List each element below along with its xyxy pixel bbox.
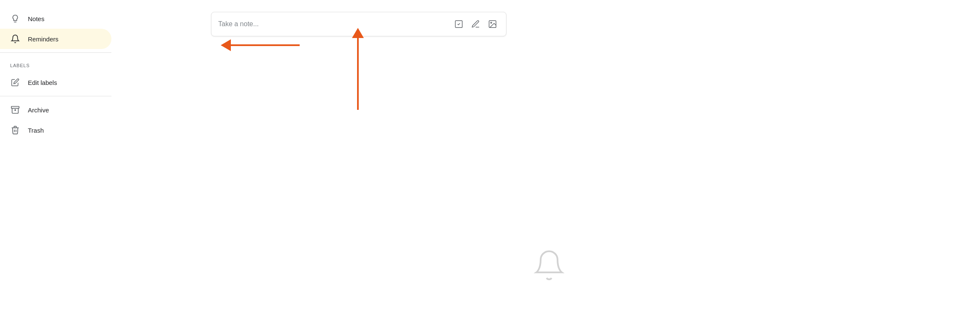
svg-rect-0: [11, 106, 19, 109]
sidebar-item-reminders[interactable]: Reminders: [0, 29, 111, 49]
main-content: Take a note...: [118, 0, 980, 316]
sidebar-trash-label: Trash: [28, 127, 44, 134]
note-placeholder-text: Take a note...: [218, 20, 452, 28]
new-drawing-button[interactable]: [469, 17, 482, 31]
sidebar-notes-label: Notes: [28, 15, 44, 22]
note-input-bar[interactable]: Take a note...: [211, 12, 506, 36]
labels-section-header: LABELS: [0, 56, 118, 72]
archive-icon: [10, 105, 20, 115]
trash-icon: [10, 125, 20, 135]
sidebar-item-archive[interactable]: Archive: [0, 100, 111, 120]
new-image-button[interactable]: [486, 17, 499, 31]
svg-point-4: [490, 22, 492, 23]
sidebar-edit-labels-label: Edit labels: [28, 79, 57, 86]
sidebar-item-edit-labels[interactable]: Edit labels: [0, 72, 111, 93]
sidebar: Notes Reminders LABELS Edit labels: [0, 0, 118, 316]
empty-bell-icon: [532, 248, 566, 282]
svg-rect-1: [14, 126, 16, 128]
sidebar-reminders-label: Reminders: [28, 35, 59, 43]
lightbulb-icon: [10, 14, 20, 24]
sidebar-divider-2: [0, 96, 111, 96]
new-list-button[interactable]: [452, 17, 466, 31]
pencil-icon: [10, 77, 20, 87]
labels-title: LABELS: [10, 63, 30, 68]
empty-state: [532, 248, 566, 282]
sidebar-divider-1: [0, 52, 111, 53]
sidebar-item-notes[interactable]: Notes: [0, 8, 111, 29]
sidebar-archive-label: Archive: [28, 106, 49, 114]
sidebar-item-trash[interactable]: Trash: [0, 120, 111, 140]
note-toolbar: [452, 17, 499, 31]
bell-icon: [10, 34, 20, 44]
